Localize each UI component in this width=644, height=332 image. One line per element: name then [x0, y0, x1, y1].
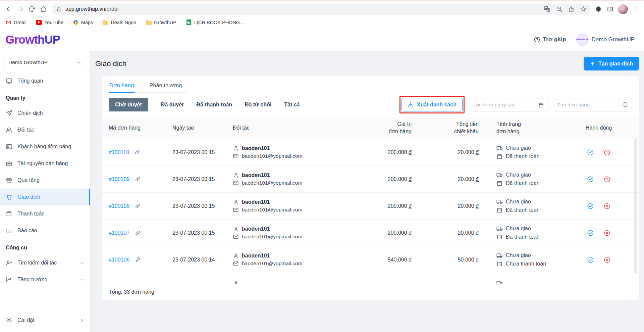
reject-x-icon[interactable]	[604, 203, 610, 209]
table-row: #100110 23-07-2023 00:15 baoden101 baode…	[102, 139, 639, 166]
url-text: app.growthup.vn/order	[65, 6, 544, 12]
bookmark-maps[interactable]: Maps	[73, 19, 93, 26]
zoom-out-icon[interactable]	[556, 6, 562, 12]
partner-email: baoden101@yopmail.com	[242, 207, 302, 213]
payment-status: Đã thanh toán	[506, 153, 540, 159]
reject-x-icon[interactable]	[604, 256, 610, 263]
sidebar-item-qua-tang[interactable]: Quà tặng	[0, 172, 90, 189]
browser-menu-kebab-icon[interactable]	[633, 6, 639, 12]
reject-x-icon[interactable]	[604, 149, 610, 156]
table-row-partial	[102, 273, 639, 284]
share-icon[interactable]	[568, 6, 575, 12]
bookmark-growthup[interactable]: GrowthUP	[146, 19, 176, 26]
bookmark-lich-book-phong[interactable]: LỊCH BOOK PHÒNG...	[186, 19, 244, 26]
order-search-input[interactable]	[553, 98, 619, 111]
sidebar-item-tai-nguyen-ban-hang[interactable]: Tài nguyên bán hàng	[0, 155, 90, 172]
order-created-date: 23-07-2023 00:14	[172, 257, 233, 263]
reject-x-icon[interactable]	[604, 176, 610, 183]
sidebar-item-khach-hang-tiem-nang[interactable]: Khách hàng tiềm năng	[0, 138, 90, 155]
workspace-select[interactable]: Demo GrowthUP	[4, 56, 86, 69]
translate-icon[interactable]	[544, 6, 550, 12]
download-icon	[408, 102, 414, 108]
sidebar-item-giao-dich[interactable]: Giao dịch	[0, 189, 90, 205]
address-bar[interactable]: app.growthup.vn/order	[52, 4, 591, 15]
side-panel-icon[interactable]	[607, 6, 613, 12]
tab-don-hang[interactable]: Đơn hàng	[109, 79, 135, 93]
order-created-date: 23-07-2023 00:15	[172, 203, 233, 209]
sidebar-item-doi-tac[interactable]: Đối tác	[0, 122, 90, 138]
sidebar-item-tong-quan[interactable]: Tổng quan	[0, 73, 90, 89]
help-button[interactable]: Trợ giúp	[534, 36, 566, 43]
tab-phan-thuong[interactable]: Phần thưởng	[149, 79, 182, 92]
order-id-link[interactable]: #100110	[109, 149, 129, 155]
growthup-logo[interactable]: GrowthUP	[5, 33, 60, 46]
browser-back-button[interactable]	[3, 3, 15, 15]
sidebar-item-tang-truong[interactable]: Tăng trưởng	[0, 271, 90, 288]
order-id-link[interactable]: #100106	[109, 257, 129, 263]
annotation-highlight-box: Xuất danh sách	[399, 96, 465, 113]
truck-icon	[496, 226, 503, 232]
bookmark-gmail[interactable]: Gmail	[5, 19, 26, 26]
table-header-row: Mã đơn hàng Ngày tạo Đối tác Giá trịđơn …	[102, 117, 639, 139]
mail-icon	[233, 180, 239, 186]
approve-check-icon[interactable]	[587, 230, 594, 236]
id-card-icon	[6, 143, 12, 150]
order-id-link[interactable]: #100107	[109, 230, 129, 236]
export-list-button[interactable]: Xuất danh sách	[401, 98, 463, 111]
filter-da-thanh-toan[interactable]: Đã thanh toán	[196, 102, 232, 108]
total-orders-text: Tổng: 33 đơn hàng.	[109, 289, 156, 295]
search-icon[interactable]	[619, 101, 632, 108]
browser-home-button[interactable]	[38, 3, 49, 15]
bookmark-youtube[interactable]: YouTube	[36, 19, 63, 26]
date-filter-input[interactable]	[469, 98, 534, 111]
approve-check-icon[interactable]	[587, 256, 594, 263]
user-plus-icon	[6, 259, 12, 266]
wrench-icon[interactable]	[135, 257, 141, 263]
create-order-button[interactable]: Tạo giao dịch	[584, 57, 639, 70]
filter-da-tu-choi[interactable]: Đã từ chối	[245, 102, 271, 108]
sidebar-item-cai-dat[interactable]: Cài đặt	[0, 312, 90, 329]
filter-da-duyet[interactable]: Đã duyệt	[161, 102, 184, 108]
filter-cho-duyet[interactable]: Chờ duyệt	[109, 98, 148, 111]
extensions-puzzle-icon[interactable]	[595, 6, 602, 12]
folder-icon	[102, 19, 108, 26]
sidebar-heading-quan-ly: Quản lý	[0, 89, 90, 105]
order-value: 200.000 đ	[357, 149, 414, 155]
order-value: 200.000 đ	[357, 203, 414, 209]
sidebar-item-chien-dich[interactable]: Chiến dịch	[0, 105, 90, 122]
order-id-link[interactable]: #100109	[109, 176, 129, 182]
link-icon[interactable]	[135, 149, 140, 155]
lock-icon	[56, 6, 62, 12]
sidebar-item-thanh-toan[interactable]: Thanh toán	[0, 205, 90, 222]
approve-check-icon[interactable]	[587, 149, 594, 156]
filter-tat-ca[interactable]: Tất cả	[284, 102, 300, 108]
browser-reload-button[interactable]	[26, 3, 38, 15]
table-scrollbar[interactable]	[634, 139, 637, 273]
account-menu[interactable]: GrowthUP Demo GrowthUP	[576, 34, 635, 46]
browser-forward-button[interactable]	[15, 3, 26, 15]
order-discount: 20.000 đ	[414, 203, 481, 209]
bookmark-star-icon[interactable]	[580, 6, 587, 12]
bookmark-deals-ngon[interactable]: Deals Ngon	[102, 19, 136, 26]
order-discount: 20.000 đ	[414, 176, 481, 182]
order-id-link[interactable]: #100108	[109, 203, 129, 209]
wallet-icon	[496, 180, 503, 187]
truck-icon	[496, 280, 503, 284]
link-icon[interactable]	[135, 203, 141, 209]
wallet-icon	[496, 207, 503, 214]
order-created-date: 23-07-2023 00:15	[172, 149, 233, 155]
delivery-status: Chưa giao	[506, 226, 531, 232]
approve-check-icon[interactable]	[587, 176, 594, 183]
calendar-icon[interactable]	[534, 98, 548, 111]
sidebar-item-tim-kiem-doi-tac[interactable]: Tìm kiếm đối tác	[0, 254, 90, 271]
reject-x-icon[interactable]	[604, 230, 610, 236]
sidebar-item-bao-cao[interactable]: Báo cáo	[0, 222, 90, 239]
approve-check-icon[interactable]	[587, 203, 594, 209]
link-icon[interactable]	[135, 230, 141, 236]
url-path: /order	[105, 6, 119, 12]
partner-name: baoden101	[242, 145, 270, 151]
youtube-icon	[36, 19, 42, 26]
wallet-icon	[6, 210, 12, 217]
browser-profile-avatar[interactable]	[618, 4, 628, 14]
link-icon[interactable]	[135, 176, 141, 182]
